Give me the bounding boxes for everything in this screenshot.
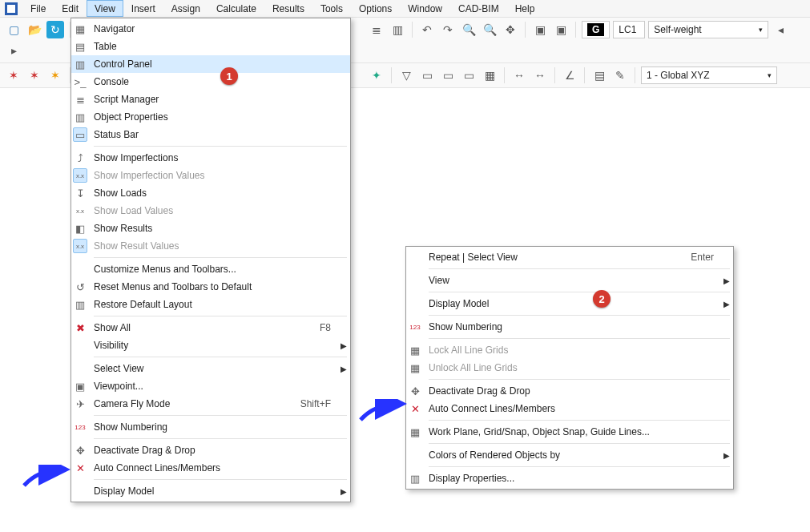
view-menu-camera-fly-mode[interactable]: ✈Camera Fly ModeShift+F: [71, 395, 350, 413]
view-menu-separator: [94, 415, 347, 416]
view-menu-show-load-values: x.xShow Load Values: [71, 202, 350, 220]
toolbar-separator: [635, 67, 635, 83]
menu-item-label: Show Loads: [94, 187, 307, 199]
ctx-menu-view[interactable]: View▶: [406, 272, 733, 289]
view-menu-object-properties[interactable]: ▥Object Properties: [71, 108, 350, 126]
console-icon: >_: [73, 75, 87, 89]
ctx-menu-separator: [429, 420, 730, 421]
menu-edit[interactable]: Edit: [54, 0, 87, 17]
filter2-icon[interactable]: ✶: [26, 66, 43, 84]
view-menu-show-imperfections[interactable]: ⤴Show Imperfections: [71, 149, 350, 167]
menu-insert[interactable]: Insert: [123, 0, 163, 17]
menu-item-label: Deactivate Drag & Drop: [429, 385, 690, 397]
view-menu-status-bar[interactable]: ▭Status Bar: [71, 126, 350, 143]
view-menu-table[interactable]: ▤Table: [71, 38, 350, 55]
view-menu-visibility[interactable]: Visibility▶: [71, 337, 350, 354]
submenu-arrow-icon: ▶: [331, 365, 345, 373]
dim1-icon[interactable]: ↔: [510, 66, 528, 84]
view-menu-show-results[interactable]: ◧Show Results: [71, 220, 350, 237]
ctx-menu-deactivate-drag-drop[interactable]: ✥Deactivate Drag & Drop: [406, 382, 733, 400]
view-menu-show-numbering[interactable]: 123Show Numbering: [71, 418, 350, 436]
control-panel-icon: ▥: [73, 57, 87, 71]
filter3-icon[interactable]: ✶: [46, 66, 64, 84]
zoom-window-icon[interactable]: 🔍: [481, 21, 498, 38]
menu-item-label: Auto Connect Lines/Members: [94, 462, 307, 474]
properties-icon[interactable]: ▥: [389, 21, 406, 38]
tool-a-icon[interactable]: ✦: [368, 66, 385, 84]
view-menu-control-panel[interactable]: ▥Control Panel: [71, 55, 350, 73]
menu-file[interactable]: File: [22, 0, 54, 17]
new-file-icon[interactable]: ▢: [5, 21, 22, 38]
load-case-dropdown[interactable]: Self-weight ▾: [648, 21, 768, 38]
menu-item-label: Console: [94, 76, 307, 87]
view-menu-separator: [94, 146, 347, 147]
ctx-menu-separator: [429, 443, 730, 444]
box1-icon[interactable]: ▭: [418, 66, 436, 84]
view2-icon[interactable]: ▣: [552, 21, 570, 38]
ctx-menu-show-numbering[interactable]: 123Show Numbering: [406, 318, 733, 336]
menu-tools[interactable]: Tools: [312, 0, 351, 17]
menu-calculate[interactable]: Calculate: [208, 0, 264, 17]
filter1-icon[interactable]: ✶: [5, 66, 22, 84]
toolbar-separator: [412, 22, 413, 38]
menu-window[interactable]: Window: [400, 0, 450, 17]
grid-icon[interactable]: ▦: [481, 66, 498, 84]
view-menu-navigator[interactable]: ▦Navigator: [71, 20, 350, 38]
view-menu-viewpoint[interactable]: ▣Viewpoint...: [71, 377, 350, 395]
lc-code-field[interactable]: LC1: [613, 21, 645, 38]
menu-view[interactable]: View: [87, 0, 123, 17]
view-menu-console[interactable]: >_Console: [71, 73, 350, 91]
view-menu-show-all[interactable]: ✖Show AllF8: [71, 319, 350, 337]
refresh-icon[interactable]: ↻: [46, 21, 64, 38]
view-menu-display-model[interactable]: Display Model▶: [71, 482, 350, 500]
view-menu-separator: [94, 438, 347, 439]
ctx-menu-separator: [429, 338, 730, 339]
menu-item-label: Script Manager: [94, 94, 307, 105]
status-bar-icon: ▭: [73, 127, 87, 142]
box2-icon[interactable]: ▭: [439, 66, 457, 84]
menu-results[interactable]: Results: [264, 0, 312, 17]
script-icon[interactable]: ≣: [368, 21, 385, 38]
view-menu-customize-menus-and-toolbars[interactable]: Customize Menus and Toolbars...: [71, 260, 350, 278]
angle-icon[interactable]: ∠: [561, 66, 578, 84]
pen-icon[interactable]: ✎: [611, 66, 629, 84]
next-lc-icon[interactable]: ▸: [5, 42, 22, 59]
view-menu-auto-connect-lines-members[interactable]: ✕Auto Connect Lines/Members: [71, 459, 350, 477]
view-menu-separator: [94, 316, 347, 316]
menu-item-label: Show Numbering: [429, 321, 690, 332]
menu-options[interactable]: Options: [351, 0, 400, 17]
layer-icon[interactable]: ▤: [590, 66, 608, 84]
work-plane-grid-snap-object-snap-guide-lines-icon: ▦: [408, 425, 422, 439]
view-menu-script-manager[interactable]: ≣Script Manager: [71, 91, 350, 108]
ctx-menu-display-model[interactable]: Display Model▶: [406, 295, 733, 312]
box3-icon[interactable]: ▭: [460, 66, 478, 84]
menu-item-label: Display Properties...: [429, 473, 690, 484]
view-menu-reset-menus-and-toolbars-to-default[interactable]: ↺Reset Menus and Toolbars to Default: [71, 278, 350, 296]
display-model-icon: [73, 484, 87, 498]
menu-cad-bim[interactable]: CAD-BIM: [450, 0, 507, 17]
ctx-menu-auto-connect-lines-members[interactable]: ✕Auto Connect Lines/Members: [406, 400, 733, 417]
menu-help[interactable]: Help: [507, 0, 543, 17]
arrow-icon[interactable]: ▽: [397, 66, 415, 84]
open-file-icon[interactable]: 📂: [26, 21, 43, 38]
ctx-menu-colors-of-rendered-objects-by[interactable]: Colors of Rendered Objects by▶: [406, 446, 733, 464]
zoom-icon[interactable]: 🔍: [460, 21, 478, 38]
ctx-menu-repeat-select-view[interactable]: Repeat | Select ViewEnter: [406, 248, 733, 266]
menu-item-label: Auto Connect Lines/Members: [429, 403, 690, 414]
object-properties-icon: ▥: [73, 110, 87, 124]
view-menu-show-loads[interactable]: ↧Show Loads: [71, 184, 350, 202]
ctx-menu-work-plane-grid-snap-object-snap-guide-lines[interactable]: ▦Work Plane, Grid/Snap, Object Snap, Gui…: [406, 423, 733, 441]
menu-assign[interactable]: Assign: [163, 0, 208, 17]
redo-icon[interactable]: ↷: [439, 21, 457, 38]
prev-lc-icon[interactable]: ◂: [772, 21, 789, 38]
undo-icon[interactable]: ↶: [418, 21, 436, 38]
view-menu-deactivate-drag-drop[interactable]: ✥Deactivate Drag & Drop: [71, 441, 350, 459]
coord-system-dropdown[interactable]: 1 - Global XYZ ▾: [641, 66, 777, 84]
view-menu-restore-default-layout[interactable]: ▥Restore Default Layout: [71, 296, 350, 313]
dim2-icon[interactable]: ↔: [531, 66, 549, 84]
pan-icon[interactable]: ✥: [502, 21, 519, 38]
ctx-menu-display-properties[interactable]: ▥Display Properties...: [406, 470, 733, 487]
ctx-menu-separator: [429, 315, 730, 316]
view-menu-select-view[interactable]: Select View▶: [71, 360, 350, 377]
view1-icon[interactable]: ▣: [531, 21, 549, 38]
